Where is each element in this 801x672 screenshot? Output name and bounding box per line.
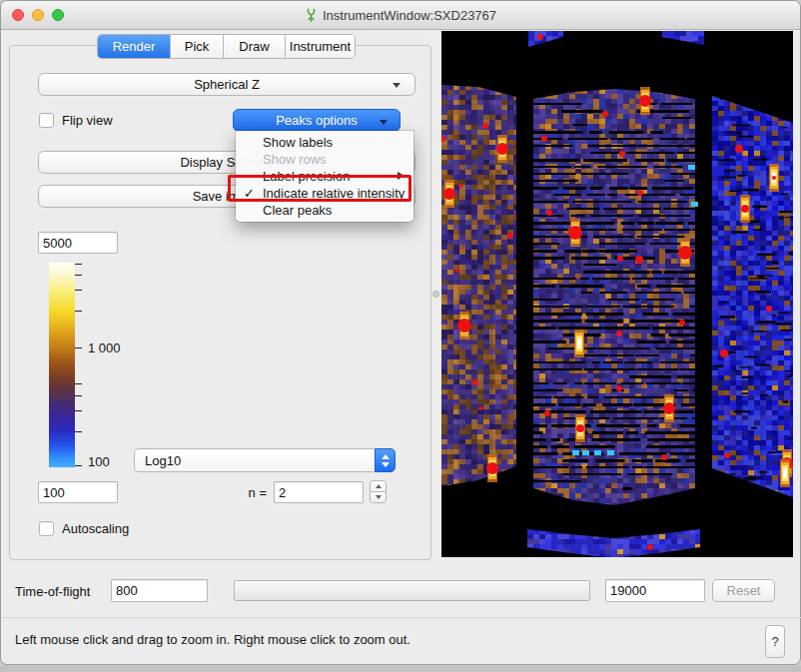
time-of-flight-label: Time-of-flight bbox=[15, 584, 90, 599]
flip-view-checkbox[interactable] bbox=[39, 113, 54, 128]
colorbar-tick bbox=[75, 264, 82, 265]
titlebar: InstrumentWindow:SXD23767 bbox=[1, 1, 800, 30]
tof-range-slider[interactable] bbox=[234, 580, 590, 601]
colorbar-label-100: 100 bbox=[88, 454, 110, 469]
autoscaling-checkbox[interactable] bbox=[39, 521, 54, 536]
window-title: InstrumentWindow:SXD23767 bbox=[323, 8, 496, 23]
pane-splitter[interactable] bbox=[431, 31, 441, 560]
tab-instrument[interactable]: Instrument bbox=[285, 35, 355, 58]
tab-pick[interactable]: Pick bbox=[170, 35, 223, 58]
reset-button[interactable]: Reset bbox=[712, 579, 775, 602]
spin-down-button[interactable] bbox=[370, 491, 387, 503]
colorbar-tick bbox=[75, 275, 82, 276]
chevron-down-icon bbox=[382, 462, 390, 467]
projection-value: Spherical Z bbox=[194, 77, 260, 92]
colorbar-tick bbox=[75, 383, 82, 384]
tof-end-input[interactable] bbox=[605, 579, 705, 602]
menu-item-label: Indicate relative intensity bbox=[263, 186, 404, 201]
dropdown-arrow-icon bbox=[393, 83, 400, 88]
submenu-arrow-icon bbox=[398, 172, 404, 180]
help-label: ? bbox=[771, 634, 778, 649]
status-hint-text: Left mouse click and drag to zoom in. Ri… bbox=[15, 632, 410, 647]
colorbar-tick bbox=[75, 465, 82, 466]
colorbar-tick bbox=[75, 395, 82, 396]
colorbar-tick bbox=[75, 431, 82, 432]
tab-render[interactable]: Render bbox=[98, 35, 170, 58]
scale-type-dropdown[interactable]: Log10 bbox=[134, 448, 396, 472]
scale-type-value: Log10 bbox=[145, 453, 181, 468]
color-scale-bar bbox=[49, 263, 75, 467]
scale-min-input[interactable] bbox=[38, 481, 118, 503]
peaks-options-button[interactable]: Peaks options bbox=[233, 109, 400, 132]
help-button[interactable]: ? bbox=[765, 625, 785, 658]
menu-item-label: Clear peaks bbox=[263, 203, 332, 218]
scale-max-input[interactable] bbox=[38, 232, 118, 254]
close-button[interactable] bbox=[12, 9, 24, 21]
tof-start-input[interactable] bbox=[111, 579, 208, 602]
colorbar-tick bbox=[75, 311, 82, 312]
dropdown-stepper[interactable] bbox=[375, 448, 396, 472]
menu-item-label-precision[interactable]: Label precision bbox=[236, 168, 413, 185]
dropdown-arrow-icon bbox=[380, 120, 388, 125]
menu-item-show-labels[interactable]: Show labels bbox=[236, 134, 413, 151]
minimize-button[interactable] bbox=[32, 9, 44, 21]
menu-item-label: Label precision bbox=[263, 169, 350, 184]
instrument-3d-view[interactable] bbox=[441, 31, 793, 557]
n-value-stepper bbox=[370, 480, 387, 504]
checkmark-icon: ✓ bbox=[244, 185, 255, 202]
peaks-options-menu: Show labels Show rows Label precision ✓ … bbox=[236, 131, 413, 222]
maximize-button[interactable] bbox=[52, 9, 64, 21]
tab-bar: Render Pick Draw Instrument bbox=[97, 34, 356, 59]
peaks-options-label: Peaks options bbox=[276, 113, 358, 128]
flip-view-row: Flip view bbox=[39, 113, 113, 128]
menu-item-clear-peaks[interactable]: Clear peaks bbox=[236, 202, 413, 219]
chevron-up-icon bbox=[376, 484, 382, 488]
flip-view-label: Flip view bbox=[62, 113, 113, 128]
colorbar-tick bbox=[75, 290, 82, 291]
autoscaling-row: Autoscaling bbox=[39, 521, 129, 536]
window-shadow bbox=[0, 666, 801, 672]
splitter-handle-icon bbox=[432, 291, 439, 298]
mantid-logo-icon bbox=[305, 8, 318, 23]
instrument-window: InstrumentWindow:SXD23767 Render Pick Dr… bbox=[0, 0, 801, 665]
colorbar-label-1000: 1 000 bbox=[88, 340, 121, 355]
projection-dropdown[interactable]: Spherical Z bbox=[38, 73, 415, 96]
traffic-lights bbox=[12, 9, 64, 21]
tab-draw[interactable]: Draw bbox=[223, 35, 285, 58]
autoscaling-label: Autoscaling bbox=[62, 521, 129, 536]
reset-label: Reset bbox=[727, 583, 761, 598]
menu-item-show-rows: Show rows bbox=[236, 151, 413, 168]
colorbar-tick bbox=[75, 410, 82, 411]
n-label: n = bbox=[239, 485, 267, 500]
menu-item-label: Show labels bbox=[263, 135, 333, 150]
n-value-input[interactable] bbox=[274, 481, 364, 503]
chevron-up-icon bbox=[382, 454, 390, 459]
menu-item-indicate-relative-intensity[interactable]: ✓ Indicate relative intensity bbox=[236, 185, 413, 202]
menu-item-label: Show rows bbox=[263, 152, 327, 167]
status-divider bbox=[1, 617, 801, 618]
window-title-group: InstrumentWindow:SXD23767 bbox=[305, 8, 496, 23]
chevron-down-icon bbox=[376, 495, 382, 499]
colorbar-tick bbox=[75, 347, 82, 348]
